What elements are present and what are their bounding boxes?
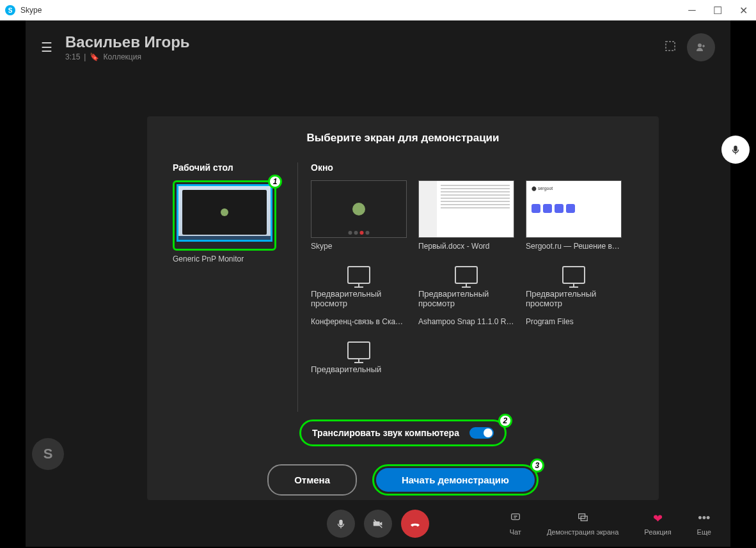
share-icon bbox=[577, 512, 588, 526]
call-header: ☰ Васильев Игорь 3:15 | 🔖 Коллекция bbox=[26, 20, 730, 74]
chat-icon bbox=[510, 512, 521, 526]
thumb-label: Skype bbox=[311, 242, 407, 251]
window-thumb-ashampoo[interactable]: Предварительный просмотр Ashampoo Snap 1… bbox=[418, 262, 514, 326]
screen-share-modal: Выберите экран для демонстрации Рабочий … bbox=[147, 116, 659, 500]
svg-rect-3 bbox=[339, 520, 342, 526]
contact-name: Васильев Игорь bbox=[65, 33, 664, 51]
annotation-2: 2 bbox=[498, 414, 512, 428]
thumb-label: Первый.docx - Word bbox=[418, 242, 514, 251]
window-titlebar: S Skype ─ ☐ ✕ bbox=[0, 0, 756, 20]
chat-label: Чат bbox=[510, 528, 521, 536]
watermark-avatar: S bbox=[32, 438, 64, 470]
collection-label: Коллекция bbox=[103, 52, 141, 61]
preview-label: Предварительный просмотр bbox=[526, 289, 622, 308]
window-label: Конференц-связь в Скайпе bbox=[311, 317, 407, 326]
crop-icon[interactable] bbox=[664, 40, 677, 55]
more-label: Еще bbox=[697, 528, 711, 536]
preview-label: Предварительный bbox=[311, 364, 407, 374]
window-label: Ashampoo Snap 11.1.0 Re... bbox=[418, 317, 514, 326]
skype-logo-icon: S bbox=[5, 5, 15, 15]
annotation-1: 1 bbox=[268, 175, 282, 189]
menu-icon[interactable]: ☰ bbox=[41, 40, 52, 55]
call-duration: 3:15 bbox=[65, 52, 80, 61]
chat-button[interactable]: Чат bbox=[510, 512, 521, 536]
reaction-label: Реакция bbox=[644, 528, 671, 536]
svg-rect-0 bbox=[666, 42, 675, 51]
window-thumb-skype[interactable]: Skype bbox=[311, 180, 407, 251]
monitor-icon bbox=[562, 266, 585, 284]
svg-point-1 bbox=[698, 43, 702, 47]
svg-rect-6 bbox=[511, 514, 519, 520]
start-share-button[interactable]: Начать демонстрацию bbox=[376, 468, 535, 492]
window-thumb-extra[interactable]: Предварительный bbox=[311, 338, 407, 374]
heart-icon: ❤ bbox=[653, 512, 663, 526]
window-thumb-programfiles[interactable]: Предварительный просмотр Program Files bbox=[526, 262, 622, 326]
close-button[interactable]: ✕ bbox=[736, 3, 751, 18]
monitor-icon bbox=[455, 266, 478, 284]
more-icon: ••• bbox=[698, 512, 710, 526]
reaction-button[interactable]: ❤ Реакция bbox=[644, 512, 671, 536]
svg-rect-2 bbox=[734, 146, 737, 152]
annotation-3: 3 bbox=[530, 458, 544, 473]
maximize-button[interactable]: ☐ bbox=[710, 3, 725, 18]
monitor-icon bbox=[347, 341, 370, 359]
hangup-button[interactable] bbox=[401, 510, 429, 538]
modal-title: Выберите экран для демонстрации bbox=[173, 132, 633, 145]
bookmark-icon: 🔖 bbox=[90, 52, 99, 61]
add-participant-button[interactable] bbox=[687, 33, 715, 61]
monitor-icon bbox=[347, 266, 370, 284]
window-title: Skype bbox=[20, 6, 684, 15]
desktop-thumb-label: Generic PnP Monitor bbox=[173, 254, 269, 263]
window-section-label: Окно bbox=[311, 162, 633, 173]
microphone-float-button[interactable] bbox=[721, 136, 750, 164]
share-screen-button[interactable]: Демонстрация экрана bbox=[547, 512, 618, 536]
window-thumb-conf[interactable]: Предварительный просмотр Конференц-связь… bbox=[311, 262, 407, 326]
cancel-button[interactable]: Отмена bbox=[267, 464, 357, 496]
thumb-label: Sergoot.ru — Решение ва... bbox=[526, 242, 622, 251]
preview-label: Предварительный просмотр bbox=[311, 289, 407, 308]
call-controls-bar: Чат Демонстрация экрана ❤ Реакция ••• Ещ… bbox=[26, 501, 730, 547]
preview-label: Предварительный просмотр bbox=[418, 289, 514, 308]
camera-off-button[interactable] bbox=[364, 510, 392, 538]
call-subinfo: 3:15 | 🔖 Коллекция bbox=[65, 52, 664, 61]
window-thumb-browser[interactable]: ⬤ sergoot Sergoot.ru — Решение ва... bbox=[526, 180, 622, 251]
app-body: ☰ Васильев Игорь 3:15 | 🔖 Коллекция S Вы… bbox=[26, 20, 730, 547]
more-button[interactable]: ••• Еще bbox=[697, 512, 711, 536]
audio-share-toggle[interactable] bbox=[469, 427, 494, 439]
mute-mic-button[interactable] bbox=[327, 510, 355, 538]
window-label: Program Files bbox=[526, 317, 622, 326]
desktop-section-label: Рабочий стол bbox=[173, 162, 285, 173]
share-label: Демонстрация экрана bbox=[547, 528, 618, 536]
audio-share-label: Транслировать звук компьютера bbox=[312, 428, 459, 438]
desktop-thumb-item[interactable] bbox=[177, 184, 272, 242]
window-thumb-word[interactable]: Первый.docx - Word bbox=[418, 180, 514, 251]
minimize-button[interactable]: ─ bbox=[684, 3, 700, 18]
